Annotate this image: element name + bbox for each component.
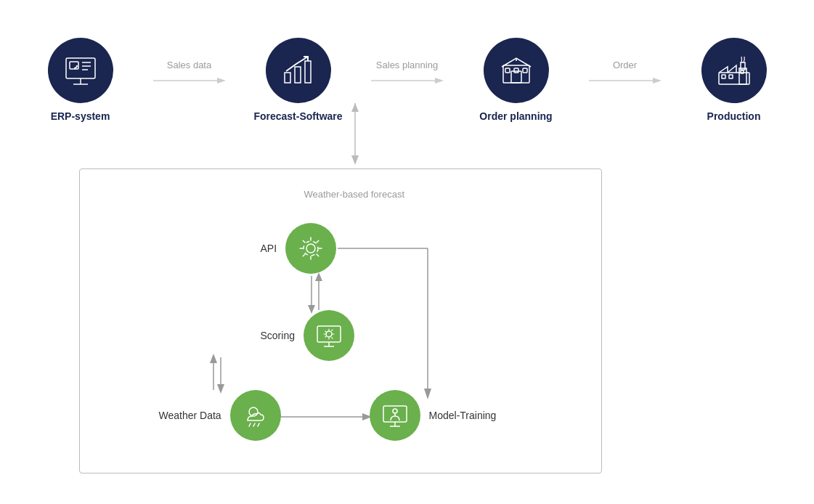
api-group: API (261, 223, 337, 274)
scoring-icon-circle (304, 310, 354, 361)
svg-rect-28 (741, 70, 744, 73)
forecast-node: Forecast-Software (240, 38, 357, 122)
svg-rect-17 (514, 68, 518, 73)
svg-rect-12 (305, 61, 311, 83)
api-label: API (261, 243, 277, 254)
model-training-group: Model-Training (370, 390, 497, 441)
arrow3-line (589, 75, 662, 86)
forecast-icon-circle (266, 38, 331, 103)
arrow1-line (153, 75, 226, 86)
top-row: ERP-system Sales data Forecast-Softwa (23, 16, 792, 122)
svg-rect-11 (295, 67, 301, 83)
diagram-container: ERP-system Sales data Forecast-Softwa (23, 16, 792, 488)
svg-marker-37 (210, 354, 217, 363)
weather-based-label: Weather-based forecast (304, 189, 405, 200)
svg-rect-26 (722, 75, 725, 78)
arrow1-group: Sales data (139, 60, 240, 101)
erp-label: ERP-system (51, 110, 110, 122)
arrow2-line (371, 75, 444, 86)
arrow1-label: Sales data (167, 60, 211, 70)
model-training-label: Model-Training (429, 410, 497, 421)
erp-node: ERP-system (23, 38, 139, 122)
model-training-icon-circle (370, 390, 420, 441)
svg-line-54 (258, 423, 259, 426)
scoring-label: Scoring (261, 330, 295, 341)
svg-point-46 (304, 241, 318, 256)
svg-rect-19 (505, 68, 510, 73)
erp-icon-circle (48, 38, 113, 103)
scoring-monitor-icon (315, 322, 343, 349)
scoring-group: Scoring (261, 310, 354, 361)
order-planning-icon-circle (484, 38, 549, 103)
erp-icon (62, 52, 99, 89)
model-training-icon (381, 402, 409, 429)
svg-rect-47 (317, 326, 341, 342)
arrow2-label: Sales planning (376, 60, 438, 70)
svg-line-52 (249, 423, 251, 426)
forecast-label: Forecast-Software (253, 110, 342, 122)
svg-marker-22 (653, 78, 662, 84)
svg-point-50 (326, 331, 332, 337)
production-icon-circle (701, 38, 767, 103)
order-planning-icon (498, 52, 534, 89)
svg-rect-0 (66, 58, 95, 78)
svg-marker-9 (217, 78, 226, 84)
inner-content: Weather-based forecast (79, 168, 602, 473)
svg-line-53 (253, 423, 255, 426)
svg-marker-14 (435, 78, 444, 84)
svg-rect-20 (523, 68, 527, 73)
arrow3-label: Order (613, 60, 637, 70)
svg-point-58 (393, 409, 397, 413)
production-icon (716, 52, 752, 89)
svg-rect-10 (285, 73, 290, 83)
production-node: Production (676, 38, 792, 122)
api-icon-circle (285, 223, 336, 274)
forecast-icon (280, 52, 317, 89)
svg-marker-30 (351, 155, 359, 165)
weather-data-label: Weather Data (159, 410, 221, 421)
gear-icon (297, 235, 325, 262)
weather-data-icon-circle (230, 390, 281, 441)
weather-data-group: Weather Data (159, 390, 281, 441)
production-label: Production (707, 110, 761, 122)
weather-icon (242, 402, 269, 429)
arrow2-group: Sales planning (357, 60, 458, 101)
arrow3-group: Order (574, 60, 676, 101)
svg-point-7 (71, 62, 77, 68)
svg-point-45 (306, 244, 315, 253)
order-planning-node: Order planning (458, 38, 574, 122)
order-planning-label: Order planning (479, 110, 552, 122)
svg-rect-27 (729, 75, 733, 78)
